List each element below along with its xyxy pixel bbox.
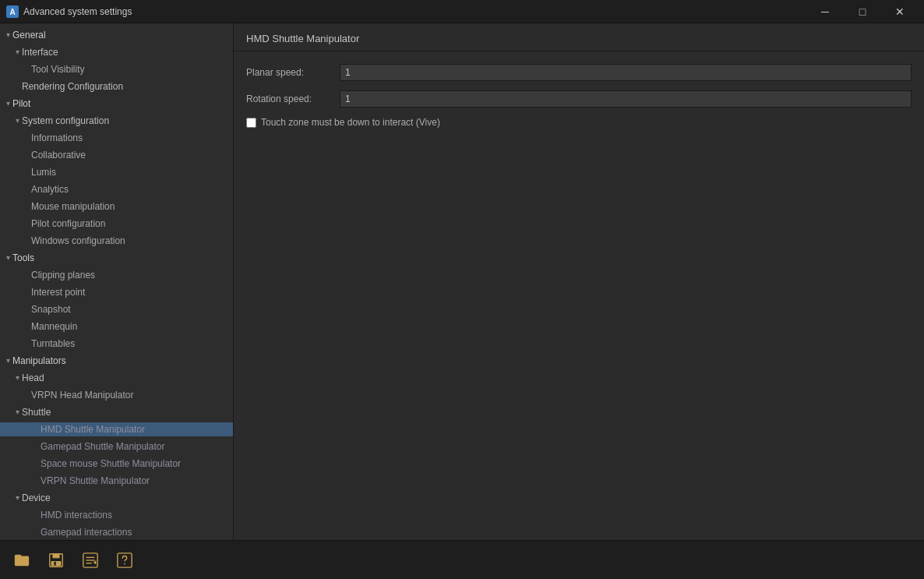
title-bar: A Advanced system settings ─ □ ✕ — [0, 0, 924, 23]
label-tool-visibility: Tool Visibility — [31, 64, 84, 75]
arrow-vrpn-head — [22, 390, 31, 400]
arrow-informations — [22, 133, 31, 143]
arrow-turntables — [22, 339, 31, 348]
arrow-head: ▾ — [12, 373, 22, 383]
label-analytics: Analytics — [31, 184, 69, 195]
arrow-snapshot — [22, 305, 31, 314]
touch-zone-row: Touch zone must be down to interact (Viv… — [246, 117, 912, 128]
sidebar-item-head[interactable]: ▾Head — [0, 369, 233, 387]
save-button[interactable] — [41, 545, 72, 575]
content-header: HMD Shuttle Manipulator — [234, 23, 924, 51]
rotation-speed-row: Rotation speed: — [246, 90, 912, 108]
sidebar-item-collaborative[interactable]: Collaborative — [0, 147, 233, 164]
sidebar-item-gamepad-shuttle[interactable]: Gamepad Shuttle Manipulator — [0, 438, 233, 455]
svg-rect-3 — [52, 553, 59, 558]
label-device: Device — [22, 493, 51, 503]
arrow-interface: ▾ — [12, 48, 22, 57]
sidebar: ▾General▾InterfaceTool VisibilityRenderi… — [0, 23, 234, 540]
svg-marker-10 — [93, 560, 97, 565]
sidebar-item-manipulators[interactable]: ▾Manipulators — [0, 352, 233, 369]
edit-icon — [82, 552, 99, 569]
content-area: HMD Shuttle Manipulator Planar speed: Ro… — [234, 23, 924, 540]
minimize-button[interactable]: ─ — [807, 0, 843, 23]
sidebar-item-system-config[interactable]: ▾System configuration — [0, 112, 233, 129]
arrow-shuttle: ▾ — [12, 408, 22, 417]
planar-speed-label: Planar speed: — [246, 67, 340, 78]
touch-zone-checkbox[interactable] — [246, 118, 256, 128]
label-interest-point: Interest point — [31, 287, 85, 298]
label-head: Head — [22, 372, 44, 383]
sidebar-item-clipping-planes[interactable]: Clipping planes — [0, 267, 233, 284]
label-vrpn-head: VRPN Head Manipulator — [31, 390, 133, 401]
sidebar-item-turntables[interactable]: Turntables — [0, 335, 233, 352]
sidebar-item-space-mouse-shuttle[interactable]: Space mouse Shuttle Manipulator — [0, 455, 233, 472]
maximize-button[interactable]: □ — [845, 0, 880, 23]
sidebar-item-vrpn-head[interactable]: VRPN Head Manipulator — [0, 387, 233, 404]
app-icon: A — [6, 5, 19, 18]
svg-text:A: A — [9, 8, 15, 16]
save-icon — [48, 552, 65, 569]
title-bar-text: Advanced system settings — [23, 6, 807, 17]
sidebar-item-pilot-config[interactable]: Pilot configuration — [0, 215, 233, 232]
content-body: Planar speed: Rotation speed: Touch zone… — [234, 51, 924, 140]
label-turntables: Turntables — [31, 338, 75, 349]
sidebar-item-interface[interactable]: ▾Interface — [0, 44, 233, 61]
svg-point-12 — [124, 563, 125, 564]
sidebar-item-hmd-interactions[interactable]: HMD interactions — [0, 507, 233, 524]
sidebar-item-shuttle[interactable]: ▾Shuttle — [0, 404, 233, 421]
sidebar-item-mouse-manipulation[interactable]: Mouse manipulation — [0, 198, 233, 215]
close-button[interactable]: ✕ — [882, 0, 918, 23]
arrow-analytics — [22, 185, 31, 194]
sidebar-item-hmd-shuttle[interactable]: HMD Shuttle Manipulator — [0, 421, 233, 438]
arrow-general: ▾ — [3, 30, 12, 40]
svg-rect-5 — [54, 561, 56, 565]
touch-zone-label: Touch zone must be down to interact (Viv… — [261, 117, 440, 128]
sidebar-item-vrpn-shuttle[interactable]: VRPN Shuttle Manipulator — [0, 472, 233, 489]
arrow-gamepad-interactions — [31, 528, 41, 537]
sidebar-item-interest-point[interactable]: Interest point — [0, 284, 233, 301]
arrow-collaborative — [22, 150, 31, 160]
arrow-device: ▾ — [12, 493, 22, 503]
label-windows-config: Windows configuration — [31, 235, 125, 246]
label-interface: Interface — [22, 47, 58, 58]
sidebar-item-device[interactable]: ▾Device — [0, 489, 233, 507]
sidebar-item-tools[interactable]: ▾Tools — [0, 249, 233, 267]
sidebar-item-gamepad-interactions[interactable]: Gamepad interactions — [0, 524, 233, 540]
folder-button[interactable] — [6, 545, 37, 575]
arrow-rendering-config — [12, 82, 22, 91]
sidebar-item-analytics[interactable]: Analytics — [0, 181, 233, 198]
label-shuttle: Shuttle — [22, 407, 51, 418]
rotation-speed-input[interactable] — [340, 90, 912, 108]
label-hmd-shuttle: HMD Shuttle Manipulator — [41, 424, 145, 435]
planar-speed-input[interactable] — [340, 64, 912, 81]
sidebar-item-pilot[interactable]: ▾Pilot — [0, 95, 233, 112]
arrow-system-config: ▾ — [12, 116, 22, 125]
label-tools: Tools — [12, 252, 34, 263]
arrow-vrpn-shuttle — [31, 476, 41, 485]
label-mannequin: Mannequin — [31, 321, 77, 332]
label-mouse-manipulation: Mouse manipulation — [31, 201, 115, 212]
label-rendering-config: Rendering Configuration — [22, 81, 123, 92]
help-button[interactable] — [109, 545, 140, 575]
label-vrpn-shuttle: VRPN Shuttle Manipulator — [41, 475, 150, 486]
arrow-hmd-shuttle — [31, 425, 41, 434]
label-hmd-interactions: HMD interactions — [41, 510, 112, 521]
arrow-gamepad-shuttle — [31, 442, 41, 451]
edit-button[interactable] — [75, 545, 106, 575]
sidebar-item-informations[interactable]: Informations — [0, 129, 233, 147]
arrow-pilot: ▾ — [3, 99, 12, 108]
label-general: General — [12, 30, 46, 41]
sidebar-item-snapshot[interactable]: Snapshot — [0, 301, 233, 318]
sidebar-item-rendering-config[interactable]: Rendering Configuration — [0, 78, 233, 95]
sidebar-item-general[interactable]: ▾General — [0, 26, 233, 44]
main-container: ▾General▾InterfaceTool VisibilityRenderi… — [0, 23, 924, 540]
sidebar-item-windows-config[interactable]: Windows configuration — [0, 232, 233, 249]
arrow-hmd-interactions — [31, 510, 41, 520]
label-system-config: System configuration — [22, 115, 109, 126]
sidebar-item-tool-visibility[interactable]: Tool Visibility — [0, 61, 233, 78]
sidebar-item-mannequin[interactable]: Mannequin — [0, 318, 233, 335]
arrow-space-mouse-shuttle — [31, 459, 41, 468]
rotation-speed-label: Rotation speed: — [246, 94, 340, 104]
sidebar-item-lumis[interactable]: Lumis — [0, 164, 233, 181]
arrow-interest-point — [22, 288, 31, 297]
